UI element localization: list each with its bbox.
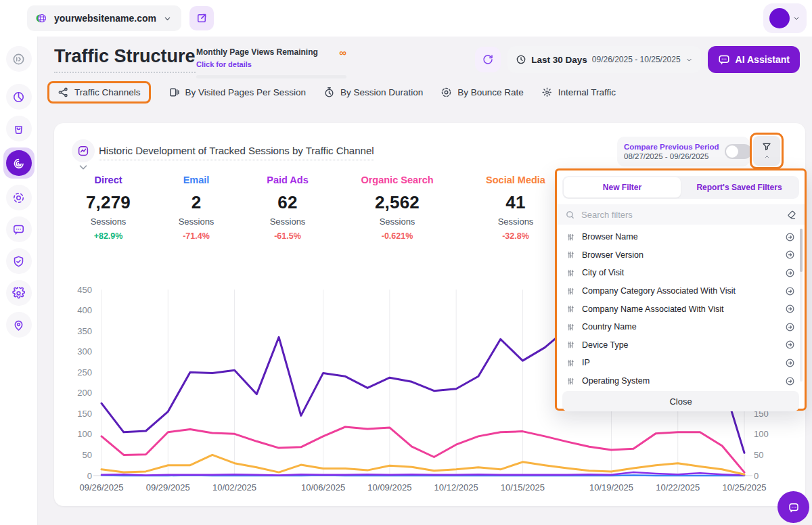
filter-button[interactable] bbox=[753, 136, 780, 166]
stat-channel-name[interactable]: Paid Ads bbox=[250, 175, 325, 185]
chart-type-button[interactable] bbox=[72, 139, 95, 162]
compare-toggle[interactable] bbox=[725, 144, 752, 159]
sliders-icon bbox=[566, 250, 575, 259]
internal-traffic-icon bbox=[541, 87, 553, 98]
arrow-circle-icon[interactable] bbox=[785, 232, 795, 242]
filter-item-browser-name[interactable]: Browser Name bbox=[557, 228, 805, 246]
filter-item-browser-version[interactable]: Browser Version bbox=[557, 246, 805, 265]
filter-item-device-type[interactable]: Device Type bbox=[557, 336, 805, 355]
x-axis-label: 09/29/2025 bbox=[146, 482, 190, 493]
stat-sessions-unit: Sessions bbox=[70, 216, 146, 227]
pie-chart-icon bbox=[12, 91, 25, 104]
sidebar-item-location-pin[interactable] bbox=[6, 312, 32, 338]
x-axis-label: 10/02/2025 bbox=[212, 482, 256, 493]
filter-list-scrollbar[interactable] bbox=[800, 229, 803, 382]
arrow-circle-icon[interactable] bbox=[785, 358, 795, 368]
tab-traffic-channels[interactable]: Traffic Channels bbox=[58, 87, 141, 98]
y-axis-label-right: 100 bbox=[754, 429, 769, 439]
tab-internal-traffic[interactable]: Internal Traffic bbox=[541, 87, 616, 98]
support-chat-button[interactable] bbox=[777, 491, 809, 523]
chart-title: Historic Development of Tracked Sessions… bbox=[99, 145, 374, 160]
sliders-icon bbox=[566, 340, 575, 349]
filter-item-company-category-associated-with-visit[interactable]: Company Category Associated With Visit bbox=[557, 282, 805, 300]
stat-sessions-value: 2,562 bbox=[359, 192, 435, 213]
x-axis-label: 10/25/2025 bbox=[722, 482, 766, 493]
arrow-circle-icon[interactable] bbox=[785, 250, 795, 260]
tab-new-filter[interactable]: New Filter bbox=[564, 177, 681, 198]
ai-assistant-button[interactable]: AI Assistant bbox=[708, 46, 800, 73]
sidebar-item-sessions-radar[interactable] bbox=[3, 147, 35, 179]
y-axis-label-left: 350 bbox=[77, 326, 92, 336]
search-filters-input[interactable] bbox=[581, 210, 780, 220]
filter-panel-tabs: New Filter Report's Saved Filters bbox=[562, 176, 799, 199]
arrow-circle-icon[interactable] bbox=[785, 286, 795, 296]
stat-sessions-unit: Sessions bbox=[478, 216, 554, 227]
refresh-button[interactable] bbox=[475, 47, 501, 72]
tab-label: Internal Traffic bbox=[558, 87, 616, 97]
session-duration-icon bbox=[323, 87, 335, 98]
stat-organic-search: Organic Search2,562Sessions-0.621% bbox=[359, 175, 435, 241]
refresh-icon bbox=[482, 53, 494, 66]
click-for-details-link[interactable]: Click for details bbox=[196, 60, 252, 68]
settings-gear-icon bbox=[12, 287, 25, 300]
x-axis-label: 10/09/2025 bbox=[367, 482, 411, 493]
filter-item-company-name-associated-with-visit[interactable]: Company Name Associated With Visit bbox=[557, 300, 805, 318]
sidebar-item-collapse[interactable] bbox=[6, 46, 32, 72]
arrow-circle-icon[interactable] bbox=[785, 322, 795, 332]
toggle-knob bbox=[726, 145, 738, 158]
filter-item-label: Company Name Associated With Visit bbox=[582, 304, 724, 314]
stat-sessions-unit: Sessions bbox=[359, 216, 435, 227]
filter-item-ip[interactable]: IP bbox=[557, 354, 805, 372]
tab-reports-saved-filters[interactable]: Report's Saved Filters bbox=[681, 177, 798, 198]
orders-bag-icon bbox=[12, 122, 25, 135]
arrow-circle-icon[interactable] bbox=[785, 376, 795, 386]
y-axis-label-left: 300 bbox=[77, 346, 92, 357]
stat-channel-name[interactable]: Organic Search bbox=[359, 175, 435, 185]
stat-channel-name[interactable]: Email bbox=[158, 175, 234, 185]
stat-delta: -0.621% bbox=[359, 231, 435, 241]
filter-list: Browser NameBrowser VersionCity of Visit… bbox=[557, 225, 805, 386]
tab-label: By Session Duration bbox=[340, 87, 423, 97]
sidebar-item-orders-bag[interactable] bbox=[6, 116, 32, 141]
scrollbar-thumb[interactable] bbox=[800, 229, 803, 272]
stat-channel-name[interactable]: Social Media bbox=[478, 175, 554, 185]
date-preset-label: Last 30 Days bbox=[531, 55, 587, 65]
filter-item-label: IP bbox=[582, 358, 590, 367]
sliders-icon bbox=[566, 359, 575, 367]
chevron-down-icon bbox=[77, 161, 89, 173]
ai-chat-icon bbox=[718, 53, 730, 66]
open-website-button[interactable] bbox=[189, 6, 214, 30]
website-selector[interactable]: yourwebsitename.com bbox=[27, 5, 181, 31]
filter-item-label: Browser Version bbox=[582, 250, 644, 260]
topbar: yourwebsitename.com bbox=[0, 0, 812, 37]
tab-by-bounce-rate[interactable]: By Bounce Rate bbox=[441, 87, 524, 98]
user-menu[interactable] bbox=[763, 3, 807, 33]
x-axis-label: 09/26/2025 bbox=[79, 482, 123, 493]
y-axis-label-left: 450 bbox=[77, 285, 92, 295]
tab-by-session-duration[interactable]: By Session Duration bbox=[323, 87, 423, 98]
sidebar-item-shield-check[interactable] bbox=[6, 248, 32, 274]
filter-search-row bbox=[557, 204, 805, 225]
eraser-icon[interactable] bbox=[786, 210, 796, 220]
sidebar-item-pie-chart[interactable] bbox=[6, 84, 32, 110]
stat-channel-name[interactable]: Direct bbox=[70, 175, 146, 185]
sidebar-item-chat[interactable] bbox=[6, 216, 32, 242]
tab-by-visited-pages-per-session[interactable]: By Visited Pages Per Session bbox=[168, 87, 306, 98]
compare-range: 08/27/2025 - 09/26/2025 bbox=[624, 152, 719, 160]
filter-item-country-name[interactable]: Country Name bbox=[557, 318, 805, 336]
chevron-down-icon bbox=[163, 14, 172, 23]
arrow-circle-icon[interactable] bbox=[785, 304, 795, 314]
sliders-icon bbox=[566, 304, 575, 313]
monthly-page-views-widget: Monthly Page Views Remaining ∞ Click for… bbox=[196, 47, 346, 78]
arrow-circle-icon[interactable] bbox=[785, 340, 795, 350]
close-button[interactable]: Close bbox=[562, 391, 799, 411]
filter-item-city-of-visit[interactable]: City of Visit bbox=[557, 264, 805, 282]
filter-item-operating-system[interactable]: Operating System bbox=[557, 372, 805, 386]
x-axis-label: 10/06/2025 bbox=[301, 482, 345, 493]
line-chart-icon bbox=[77, 145, 89, 157]
arrow-circle-icon[interactable] bbox=[785, 268, 795, 278]
date-range-picker[interactable]: Last 30 Days 09/26/2025 - 10/25/2025 bbox=[508, 46, 700, 73]
sidebar-item-settings-gear[interactable] bbox=[6, 280, 32, 306]
y-axis-label-left: 100 bbox=[77, 429, 92, 439]
sidebar-item-focus-target[interactable] bbox=[6, 185, 32, 210]
